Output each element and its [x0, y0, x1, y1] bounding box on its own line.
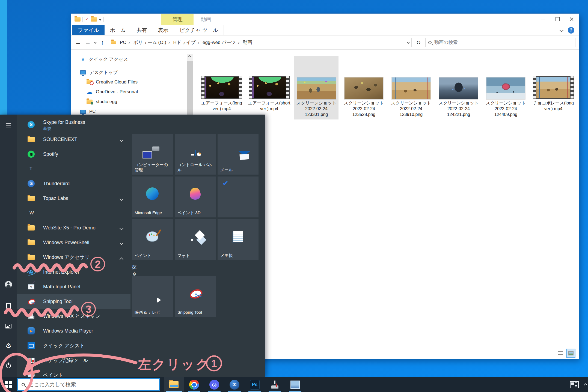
app-item-steps-recorder[interactable]: ステップ記録ツール: [17, 353, 130, 368]
taskbar-news-button[interactable]: [566, 377, 583, 392]
settings-gear-icon[interactable]: [5, 342, 12, 349]
chevron-down-icon[interactable]: [120, 138, 123, 142]
refresh-button[interactable]: [414, 39, 423, 46]
tile-label: ペイント: [135, 253, 171, 258]
contextual-tab-group-manage[interactable]: 管理: [161, 14, 194, 25]
app-item-internet-explorer[interactable]: Internet Explorer: [17, 265, 130, 279]
folder-icon[interactable]: [91, 17, 97, 22]
documents-icon[interactable]: [5, 302, 12, 309]
spotify-icon: [28, 151, 35, 158]
tile-snipping-tool[interactable]: Snipping Tool: [175, 276, 216, 317]
taskbar-game[interactable]: [265, 377, 285, 392]
tab-home[interactable]: ホーム: [105, 25, 131, 35]
breadcrumb-item[interactable]: PC: [119, 40, 131, 45]
hamburger-menu-icon[interactable]: [5, 121, 12, 128]
taskbar-search-input[interactable]: ここに入力して検索: [17, 378, 160, 391]
app-item-website-x5[interactable]: WebSite X5 - Pro Demo: [17, 220, 130, 235]
skype-icon: [28, 121, 35, 128]
tile-movies-tv[interactable]: 映画 & テレビ: [132, 276, 173, 317]
forward-button[interactable]: →: [84, 39, 91, 46]
taskbar-thunderbird[interactable]: [224, 377, 245, 392]
chevron-down-icon[interactable]: [120, 197, 123, 201]
chevron-down-icon[interactable]: [120, 226, 123, 230]
app-item-sourcenext[interactable]: SOURCENEXT: [17, 132, 130, 147]
address-dropdown-icon[interactable]: [407, 41, 410, 44]
tab-view[interactable]: 表示: [153, 25, 174, 35]
address-bar[interactable]: PC ボリューム (O:) Hドライブ egg-web パーツ 動画: [109, 38, 412, 47]
nav-item-studio-egg[interactable]: studio egg: [71, 97, 186, 107]
help-icon[interactable]: [568, 27, 574, 34]
chevron-up-icon[interactable]: [584, 383, 587, 387]
minimize-button[interactable]: [536, 14, 550, 25]
power-icon[interactable]: [5, 362, 12, 369]
chevron-up-icon[interactable]: [120, 258, 123, 261]
file-name: スクリーンショット 2022-02-24 124409.png: [484, 100, 527, 117]
tile-edge[interactable]: Microsoft Edge: [132, 176, 173, 217]
pictures-icon[interactable]: [5, 322, 12, 330]
tab-share[interactable]: 共有: [131, 25, 153, 35]
app-item-thunderbird[interactable]: Thunderbird: [17, 176, 130, 191]
taskbar-photoshop[interactable]: [245, 377, 265, 392]
nav-item-desktop[interactable]: デスクトップ: [71, 67, 186, 77]
back-button[interactable]: ←: [75, 39, 82, 46]
file-item-selected[interactable]: スクリーンショット 2022-02-24 123301.png: [294, 56, 338, 119]
dropdown-arrow-icon[interactable]: [99, 19, 102, 21]
chevron-down-icon[interactable]: [120, 241, 123, 245]
app-label: Math Input Panel: [43, 284, 80, 290]
recent-locations-icon[interactable]: [94, 41, 97, 44]
app-item-skype[interactable]: Skype for Business 新規: [17, 117, 130, 132]
thumbnail-view-button[interactable]: [567, 349, 575, 357]
breadcrumb-item[interactable]: egg-web パーツ: [201, 39, 240, 46]
file-item[interactable]: スクリーンショット 2022-02-24 123910.png: [389, 56, 433, 119]
breadcrumb-item[interactable]: 動画: [242, 39, 256, 46]
tile-mail[interactable]: メール: [218, 134, 259, 175]
tab-picture-tools[interactable]: ピクチャ ツール: [174, 25, 224, 35]
checkbox-document-icon[interactable]: [85, 17, 89, 22]
taskbar-discord[interactable]: [204, 377, 224, 392]
nav-item-onedrive[interactable]: OneDrive - Personal: [71, 87, 186, 97]
tile-paint-3d[interactable]: ペイント 3D: [175, 176, 216, 217]
taskbar-chrome[interactable]: [184, 377, 204, 392]
tile-label: ペイント 3D: [177, 210, 213, 215]
tab-file[interactable]: ファイル: [72, 25, 105, 35]
app-label: Topaz Labs: [43, 196, 68, 201]
file-item[interactable]: スクリーンショット 2022-02-24 124221.png: [436, 56, 481, 119]
app-item-topaz-labs[interactable]: Topaz Labs: [17, 191, 130, 206]
file-item[interactable]: スクリーンショット 2022-02-24 124409.png: [484, 56, 528, 119]
breadcrumb-item[interactable]: ボリューム (O:): [132, 39, 171, 46]
tile-todo[interactable]: [218, 176, 259, 217]
file-item[interactable]: スクリーンショット 2022-02-24 123528.png: [342, 56, 386, 119]
user-account-icon[interactable]: [5, 281, 12, 288]
nav-item-creative-cloud[interactable]: Creative Cloud Files: [71, 77, 186, 87]
app-item-media-player[interactable]: Windows Media Player: [17, 324, 130, 338]
scroll-up-arrow-icon[interactable]: [187, 54, 193, 60]
explorer-search-input[interactable]: 動画の検索: [425, 38, 575, 47]
tile-paint[interactable]: ペイント: [132, 219, 173, 260]
app-item-math-input-panel[interactable]: Math Input Panel: [17, 279, 130, 294]
start-button[interactable]: [0, 377, 17, 392]
app-item-fax-scan[interactable]: Windows FAX とスキャン: [17, 309, 130, 324]
app-item-snipping-tool[interactable]: Snipping Tool: [17, 294, 130, 309]
file-item[interactable]: エアーフォース(short ver.).mp4: [247, 56, 291, 119]
file-item[interactable]: エアーフォース(long ver.).mp4: [200, 56, 244, 119]
breadcrumb-item[interactable]: Hドライブ: [172, 39, 201, 46]
app-item-spotify[interactable]: Spotify: [17, 147, 130, 161]
app-item-windows-accessories[interactable]: Windows アクセサリ: [17, 250, 130, 265]
app-item-quick-assist[interactable]: クイック アシスト: [17, 338, 130, 353]
tile-photos[interactable]: フォト: [175, 219, 216, 260]
tile-computer-management[interactable]: コンピューターの管理: [132, 134, 173, 175]
maximize-button[interactable]: [550, 14, 565, 25]
taskbar-photo-viewer[interactable]: [285, 377, 305, 392]
expand-ribbon-icon[interactable]: [560, 28, 563, 32]
taskbar-file-explorer[interactable]: [164, 377, 184, 392]
app-item-powershell[interactable]: Windows PowerShell: [17, 235, 130, 250]
close-button[interactable]: [565, 14, 579, 25]
tile-control-panel[interactable]: コントロール パネル: [175, 134, 216, 175]
folder-icon[interactable]: [75, 17, 81, 22]
file-item[interactable]: チョコボレース(long ver.).mp4: [531, 56, 575, 119]
up-button[interactable]: ↑: [99, 39, 106, 46]
tile-notepad[interactable]: メモ帳: [218, 219, 259, 260]
user-folder-icon: [87, 100, 93, 104]
nav-item-quick-access[interactable]: クイック アクセス: [71, 54, 186, 64]
details-view-button[interactable]: [556, 349, 565, 357]
